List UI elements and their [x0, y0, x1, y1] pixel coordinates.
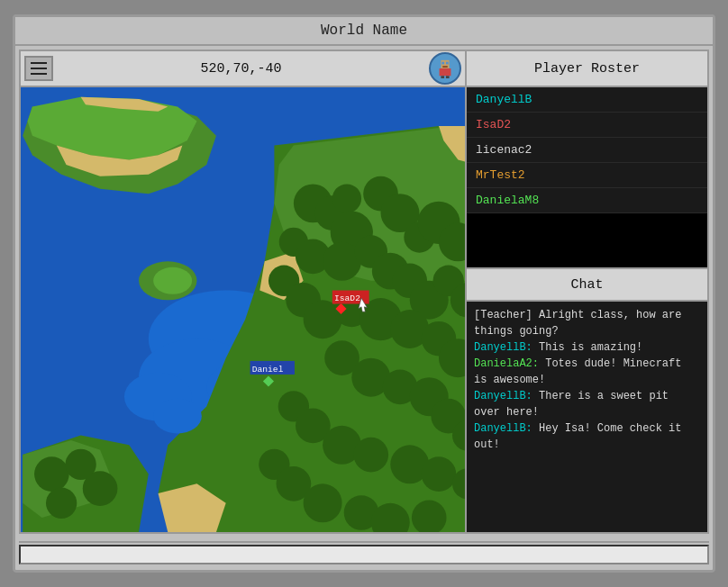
chat-message: DanyellB: This is amazing! — [474, 339, 700, 356]
roster-item[interactable]: DanielaM8 — [467, 188, 707, 213]
svg-point-62 — [304, 483, 342, 522]
roster-item[interactable]: licenac2 — [467, 138, 707, 163]
right-section: Player Roster DanyellBIsaD2licenac2MrTes… — [467, 51, 707, 532]
map-toolbar: 520,70,-40 — [21, 51, 465, 87]
chat-message: DanyellB: Hey Isa! Come check it out! — [474, 420, 700, 453]
window-title: World Name — [321, 23, 407, 39]
menu-button[interactable] — [24, 56, 53, 81]
svg-point-73 — [153, 267, 192, 294]
bottom-bar — [19, 541, 709, 566]
main-area: 520,70,-40 — [19, 50, 709, 534]
svg-point-68 — [34, 456, 69, 492]
svg-point-75 — [153, 399, 202, 434]
svg-text:IsaD2: IsaD2 — [334, 294, 360, 303]
chat-messages: [Teacher] Alright class, how are things … — [467, 302, 707, 532]
terrain-svg: IsaD2 Daniel — [21, 87, 465, 532]
player-icon-button[interactable] — [429, 52, 461, 85]
chat-message: DanyellB: There is a sweet pit over here… — [474, 388, 700, 420]
roster-item[interactable]: IsaD2 — [467, 113, 707, 138]
chat-input[interactable] — [19, 545, 709, 564]
roster-item[interactable]: MrTest2 — [467, 163, 707, 188]
roster-item[interactable]: DanyellB — [467, 87, 707, 113]
svg-rect-6 — [446, 76, 450, 78]
svg-point-56 — [353, 438, 388, 473]
svg-point-58 — [422, 456, 457, 492]
main-window: World Name 520,70,-40 — [13, 14, 715, 573]
menu-icon-line3 — [31, 73, 47, 75]
chat-message: [Teacher] Alright class, how are things … — [474, 307, 700, 339]
roster-list: DanyellBIsaD2licenac2MrTest2DanielaM8 — [467, 87, 707, 213]
menu-icon-line2 — [31, 68, 47, 69]
map-section: 520,70,-40 — [21, 51, 467, 532]
title-bar: World Name — [15, 17, 713, 46]
coordinates-display: 520,70,-40 — [57, 61, 425, 77]
map-canvas[interactable]: IsaD2 Daniel — [21, 87, 465, 532]
roster-header: Player Roster — [467, 51, 707, 87]
svg-point-23 — [332, 184, 361, 212]
svg-point-71 — [46, 488, 77, 519]
chat-title: Chat — [570, 277, 603, 293]
menu-icon-line1 — [31, 62, 47, 64]
roster-empty-area — [467, 213, 707, 267]
svg-rect-3 — [442, 66, 448, 68]
svg-text:Daniel: Daniel — [252, 365, 284, 375]
svg-rect-4 — [440, 68, 451, 76]
chat-header: Chat — [467, 267, 707, 302]
player-head-icon — [435, 59, 455, 78]
roster-title: Player Roster — [534, 61, 640, 77]
svg-point-70 — [83, 471, 118, 506]
svg-rect-2 — [446, 62, 449, 65]
chat-message: DanielaA2: Totes dude! Minecraft is awes… — [474, 356, 700, 388]
svg-rect-1 — [441, 62, 444, 65]
svg-rect-5 — [441, 76, 444, 78]
